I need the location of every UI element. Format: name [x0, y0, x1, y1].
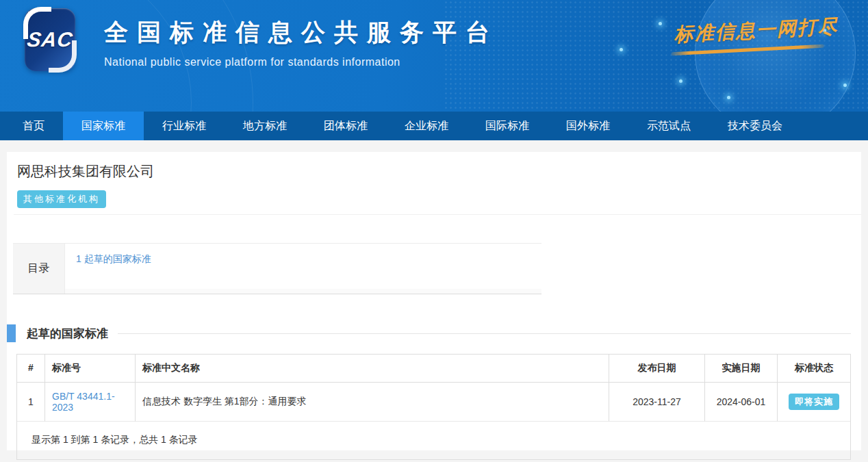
standard-name-cell: 信息技术 数字孪生 第1部分：通用要求	[136, 383, 609, 422]
standards-table: # 标准号 标准中文名称 发布日期 实施日期 标准状态 1 GB/T 43441…	[16, 354, 851, 460]
nav-tab-technical-committees[interactable]: 技术委员会	[709, 112, 801, 140]
col-header-status: 标准状态	[778, 355, 850, 383]
table-row: 1 GB/T 43441.1-2023 信息技术 数字孪生 第1部分：通用要求 …	[17, 383, 850, 422]
toc-link-drafted-national-standards[interactable]: 1 起草的国家标准	[76, 253, 151, 264]
standard-number-cell: GB/T 43441.1-2023	[45, 383, 136, 422]
section-header: 起草的国家标准	[7, 324, 861, 342]
col-header-standard-no: 标准号	[45, 355, 136, 383]
nav-tab-foreign-standards[interactable]: 国外标准	[548, 112, 628, 140]
header-titles: 全国标准信息公共服务平台 National public service pla…	[104, 16, 498, 68]
glow-dot	[727, 96, 730, 99]
site-subtitle: National public service platform for sta…	[104, 56, 498, 68]
table-header-row: # 标准号 标准中文名称 发布日期 实施日期 标准状态	[17, 355, 850, 383]
section-title: 起草的国家标准	[27, 326, 108, 342]
organization-name: 网思科技集团有限公司	[17, 162, 847, 181]
glow-dot	[679, 79, 682, 83]
toc-label: 目录	[13, 244, 65, 294]
organization-block: 网思科技集团有限公司 其他标准化机构	[7, 152, 861, 208]
nav-tab-home[interactable]: 首页	[4, 112, 63, 140]
divider	[14, 214, 861, 215]
row-index-cell: 1	[17, 383, 45, 422]
sac-logo-text: SAC	[25, 28, 74, 51]
col-header-name-cn: 标准中文名称	[136, 355, 609, 383]
glow-dot	[843, 84, 847, 87]
col-header-publish-date: 发布日期	[609, 355, 705, 383]
nav-tab-national-standards[interactable]: 国家标准	[63, 112, 144, 140]
main-nav: 首页 国家标准 行业标准 地方标准 团体标准 企业标准 国际标准 国外标准 示范…	[0, 112, 868, 140]
nav-tab-enterprise-standards[interactable]: 企业标准	[386, 112, 467, 140]
col-header-index: #	[17, 355, 45, 383]
sac-logo[interactable]: SAC	[25, 8, 75, 71]
glow-dot	[659, 22, 662, 25]
standard-number-link[interactable]: GB/T 43441.1-2023	[52, 391, 128, 413]
site-header: SAC 全国标准信息公共服务平台 National public service…	[0, 0, 868, 112]
nav-tab-local-standards[interactable]: 地方标准	[225, 112, 305, 140]
content-card: 网思科技集团有限公司 其他标准化机构 目录 1 起草的国家标准 起草的国家标准 …	[7, 152, 861, 450]
publish-date-cell: 2023-11-27	[609, 383, 705, 422]
nav-tab-pilot-projects[interactable]: 示范试点	[628, 112, 709, 140]
table-record-summary: 显示第 1 到第 1 条记录，总共 1 条记录	[17, 422, 850, 459]
site-title: 全国标准信息公共服务平台	[104, 16, 498, 49]
section-divider-line	[118, 333, 851, 334]
implement-date-cell: 2024-06-01	[705, 383, 778, 422]
organization-type-badge: 其他标准化机构	[17, 190, 106, 208]
section-marker	[7, 324, 16, 342]
col-header-implement-date: 实施日期	[705, 355, 778, 383]
toc-content: 1 起草的国家标准	[65, 244, 541, 294]
nav-tab-industry-standards[interactable]: 行业标准	[144, 112, 225, 140]
nav-tab-group-standards[interactable]: 团体标准	[305, 112, 386, 140]
status-badge: 即将实施	[789, 394, 839, 410]
status-cell: 即将实施	[778, 383, 850, 422]
toc-box: 目录 1 起草的国家标准	[13, 243, 541, 294]
nav-tab-international-standards[interactable]: 国际标准	[467, 112, 548, 140]
glow-dot	[620, 48, 623, 51]
